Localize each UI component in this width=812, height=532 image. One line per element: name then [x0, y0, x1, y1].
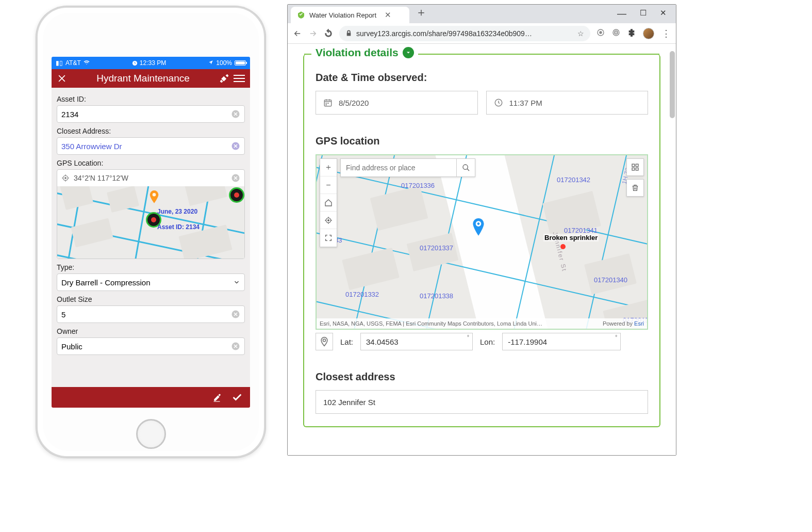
extensions-icon[interactable] — [627, 28, 636, 39]
degree-symbol: ° — [615, 334, 617, 340]
gps-coords-row[interactable]: 34°2'N 117°12'W — [57, 170, 244, 186]
carrier-label: AT&T — [65, 59, 81, 67]
battery-label: 100% — [216, 59, 232, 67]
section-header[interactable]: Violation details — [316, 46, 418, 59]
url-input[interactable]: survey123.arcgis.com/share/997498a163234… — [339, 26, 590, 41]
satellite-icon[interactable] — [219, 73, 229, 84]
form-area: Asset ID: 2134 Closest Address: 350 Arro… — [52, 88, 250, 387]
reload-button[interactable] — [324, 29, 333, 38]
date-value: 8/5/2020 — [339, 99, 369, 107]
clear-icon[interactable] — [231, 141, 240, 151]
clear-icon[interactable] — [231, 173, 240, 183]
check-icon[interactable] — [231, 392, 243, 403]
close-button[interactable]: ✕ — [660, 8, 667, 19]
favicon-icon — [297, 11, 305, 19]
wifi-icon — [84, 59, 90, 67]
scrollbar[interactable] — [670, 51, 675, 118]
parcel-label: 017201336 — [401, 182, 435, 189]
edit-icon[interactable] — [213, 392, 224, 403]
pin-outline-icon[interactable] — [316, 333, 333, 350]
forward-button[interactable] — [308, 29, 318, 38]
profile-avatar[interactable] — [643, 28, 654, 39]
lon-label: Lon: — [478, 337, 497, 346]
menu-icon[interactable] — [234, 75, 245, 82]
maximize-button[interactable]: ☐ — [640, 8, 647, 19]
clock-icon — [132, 60, 138, 66]
svg-point-4 — [65, 178, 67, 179]
map-anno-date: June, 23 2020 — [157, 208, 197, 215]
extension-icon[interactable] — [596, 28, 605, 39]
violation-details-section: Violation details Date & Time observed: … — [303, 54, 660, 427]
asset-id-input[interactable]: 2134 — [57, 105, 245, 123]
outlet-size-input[interactable]: 5 — [57, 305, 245, 323]
tab-title: Water Violation Report — [309, 11, 376, 19]
status-bar: ▮▯ AT&T 12:33 PM 100% — [52, 57, 250, 69]
time-value: 11:37 PM — [509, 99, 542, 107]
url-text: survey123.arcgis.com/share/997498a163234… — [356, 29, 573, 38]
closest-address-input[interactable]: 102 Jennifer St — [316, 390, 648, 414]
map-toolbar-right — [626, 158, 644, 197]
location-arrow-icon — [208, 59, 213, 67]
type-select[interactable]: Dry Barrell - Compression — [57, 273, 245, 291]
svg-rect-24 — [632, 164, 635, 167]
menu-icon[interactable]: ⋮ — [661, 28, 671, 39]
map-pin-icon — [149, 190, 159, 207]
closest-address-value: 350 Arrowview Dr — [61, 142, 122, 151]
extension-icon[interactable] — [612, 28, 620, 39]
home-button[interactable] — [136, 419, 166, 449]
battery-icon — [235, 60, 246, 66]
chevron-down-icon — [233, 279, 240, 286]
home-button[interactable] — [320, 194, 337, 212]
powered-by: Powered by Esri — [603, 320, 644, 327]
closest-address-value: 102 Jennifer St — [323, 398, 375, 407]
map[interactable]: 017201336 017201342 017201341 017201337 … — [316, 154, 648, 330]
svg-rect-17 — [326, 104, 327, 105]
browser-tab[interactable]: Water Violation Report ✕ — [291, 7, 409, 23]
lat-input[interactable]: 34.04563° — [360, 333, 473, 350]
svg-point-28 — [323, 339, 326, 342]
fullscreen-button[interactable] — [320, 229, 337, 247]
map-search-input[interactable] — [341, 159, 456, 176]
attribution-text: Esri, NASA, NGA, USGS, FEMA | Esri Commu… — [320, 320, 542, 327]
gps-location-label: GPS location — [316, 135, 648, 147]
browser-window: Water Violation Report ✕ ＋ — ☐ ✕ survey1… — [287, 4, 676, 456]
close-icon[interactable] — [57, 73, 67, 84]
lat-label: Lat: — [338, 337, 355, 346]
date-time-label: Date & Time observed: — [316, 72, 648, 84]
minimize-button[interactable]: — — [617, 8, 626, 19]
clear-icon[interactable] — [231, 342, 240, 351]
date-input[interactable]: 8/5/2020 — [316, 91, 478, 115]
tab-close-icon[interactable]: ✕ — [385, 10, 391, 20]
mini-map[interactable]: June, 23 2020 Asset ID: 2134 — [57, 186, 244, 259]
esri-link[interactable]: Esri — [634, 320, 644, 327]
lon-input[interactable]: -117.19904° — [502, 333, 621, 350]
status-center: 12:33 PM — [90, 59, 209, 67]
phone-inner: ▮▯ AT&T 12:33 PM 100% — [43, 13, 259, 451]
delete-button[interactable] — [626, 179, 644, 197]
map-dot-marker — [560, 244, 566, 249]
search-button[interactable] — [456, 159, 475, 176]
basemap-button[interactable] — [626, 158, 644, 176]
time-label: 12:33 PM — [140, 59, 166, 67]
star-icon[interactable]: ☆ — [577, 29, 584, 38]
map-attribution: Esri, NASA, NGA, USGS, FEMA | Esri Commu… — [317, 318, 647, 329]
zoom-in-button[interactable]: ＋ — [320, 159, 337, 176]
gps-coords-value: 34°2'N 117°12'W — [74, 174, 128, 182]
map-pin-icon[interactable] — [471, 218, 486, 237]
tab-bar: Water Violation Report ✕ ＋ — ☐ ✕ — [288, 5, 676, 23]
clear-icon[interactable] — [231, 109, 240, 119]
owner-input[interactable]: Public — [57, 337, 245, 355]
time-input[interactable]: 11:37 PM — [486, 91, 649, 115]
app-title: Hydrant Maintenance — [71, 73, 215, 84]
clear-icon[interactable] — [231, 310, 240, 319]
zoom-out-button[interactable]: − — [320, 176, 337, 194]
back-button[interactable] — [293, 29, 302, 38]
collapse-icon[interactable] — [403, 47, 414, 58]
parcel-label: 017201338 — [420, 292, 453, 300]
closest-address-input[interactable]: 350 Arrowview Dr — [57, 137, 245, 155]
new-tab-button[interactable]: ＋ — [409, 5, 433, 23]
locate-button[interactable] — [320, 212, 337, 229]
closest-address-label: Closest Address: — [57, 127, 245, 135]
status-left: ▮▯ AT&T — [56, 59, 90, 67]
svg-point-13 — [615, 30, 618, 34]
